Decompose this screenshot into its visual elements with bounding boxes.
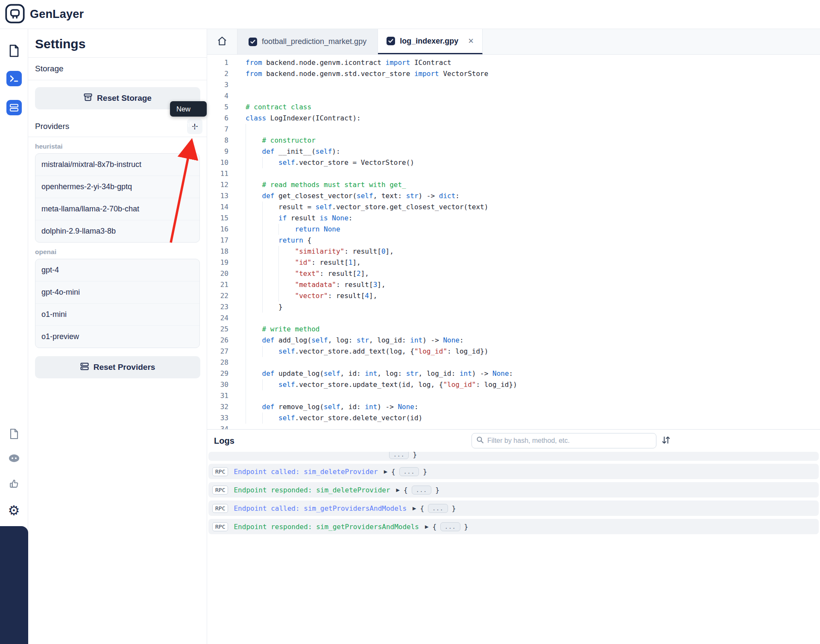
reset-providers-label: Reset Providers <box>94 363 155 372</box>
logs-filter <box>472 433 656 448</box>
code-line <box>246 168 517 179</box>
log-entry[interactable]: RPCEndpoint responded: sim_deleteProvide… <box>208 482 819 498</box>
rpc-badge: RPC <box>212 522 228 531</box>
code-content: from backend.node.genvm.icontract import… <box>235 55 517 429</box>
log-entry[interactable]: RPCEndpoint responded: sim_getProvidersA… <box>208 519 819 534</box>
expand-triangle-icon[interactable]: ▶ <box>384 469 387 474</box>
line-number: 32 <box>207 401 235 413</box>
expand-triangle-icon[interactable]: ▶ <box>413 506 416 511</box>
logs-filter-input[interactable] <box>487 437 652 445</box>
log-message: Endpoint responded: sim_getProvidersAndM… <box>234 523 419 531</box>
settings-panel: Settings Storage Reset Storage Providers… <box>28 29 207 644</box>
provider-model-item[interactable]: o1-preview <box>35 325 199 348</box>
expand-triangle-icon[interactable]: ▶ <box>396 487 400 493</box>
storage-icon <box>6 100 22 115</box>
code-line: def remove_log(self, id: int) -> None: <box>246 401 517 413</box>
code-line <box>246 79 517 91</box>
collapsed-json-chip[interactable]: ... <box>389 452 409 459</box>
line-number: 9 <box>207 146 235 157</box>
collapsed-json-chip[interactable]: ... <box>428 504 448 513</box>
rail-button-feedback[interactable] <box>9 478 19 490</box>
line-number: 7 <box>207 124 235 135</box>
rail-bottom-panel <box>0 526 28 644</box>
line-number: 14 <box>207 202 235 213</box>
rpc-badge: RPC <box>212 504 228 513</box>
sort-order-button[interactable] <box>661 435 671 446</box>
rail-button-docs[interactable] <box>9 428 19 441</box>
provider-group-label: heuristai <box>28 137 207 153</box>
line-number: 29 <box>207 368 235 379</box>
open-brace: { <box>420 504 425 512</box>
log-entry[interactable]: RPCEndpoint called: sim_getProvidersAndM… <box>208 501 819 516</box>
home-tab-button[interactable] <box>207 29 237 54</box>
code-line: # write method <box>246 324 517 335</box>
code-editor[interactable]: 1234567891011121314151617181920212223242… <box>207 55 820 429</box>
new-config-tooltip: New Config <box>170 101 207 117</box>
rpc-badge: RPC <box>212 486 228 495</box>
tab-log-indexer[interactable]: log_indexer.gpy × <box>378 29 483 54</box>
contract-check-icon <box>387 37 395 45</box>
provider-model-item[interactable]: gpt-4 <box>35 259 199 281</box>
close-icon[interactable]: × <box>468 36 474 46</box>
code-line: result = self.vector_store.get_closest_v… <box>246 202 517 213</box>
provider-model-item[interactable]: meta-llama/llama-2-70b-chat <box>35 198 199 220</box>
code-line: self.vector_store.delete_vector(id) <box>246 413 517 424</box>
line-number: 8 <box>207 135 235 146</box>
code-line: def __init__(self): <box>246 146 517 157</box>
editor-column: football_prediction_market.gpy log_index… <box>207 29 820 644</box>
tab-football-prediction-market[interactable]: football_prediction_market.gpy <box>237 29 378 54</box>
home-icon <box>217 36 227 47</box>
app-root: GenLayer <box>0 0 820 644</box>
code-line: from backend.node.genvm.icontract import… <box>246 57 517 68</box>
log-message: Endpoint responded: sim_deleteProvider <box>234 486 390 494</box>
line-number: 28 <box>207 357 235 368</box>
code-line: def add_log(self, log: str, log_id: int)… <box>246 335 517 346</box>
code-line: class LogIndexer(IContract): <box>246 113 517 124</box>
editor-tab-bar: football_prediction_market.gpy log_index… <box>207 29 820 55</box>
line-number: 34 <box>207 424 235 429</box>
provider-model-item[interactable]: gpt-4o-mini <box>35 281 199 303</box>
provider-model-item[interactable]: openhermes-2-yi-34b-gptq <box>35 176 199 198</box>
discord-icon <box>8 454 20 464</box>
rail-button-terminal[interactable] <box>6 71 22 86</box>
expand-triangle-icon[interactable]: ▶ <box>425 524 428 530</box>
code-line <box>246 357 517 368</box>
code-line: "vector": result[4], <box>246 290 517 302</box>
collapsed-json-chip[interactable]: ... <box>412 486 431 495</box>
code-line: if result is None: <box>246 213 517 224</box>
code-line: self.vector_store = VectorStore() <box>246 157 517 168</box>
line-number: 19 <box>207 257 235 268</box>
storage-section-label: Storage <box>28 58 207 80</box>
code-line <box>246 124 517 135</box>
line-number-gutter: 1234567891011121314151617181920212223242… <box>207 55 235 429</box>
log-entry[interactable]: ...} <box>208 452 819 461</box>
main-layout: ⚙ Settings Storage Reset Storage Provid <box>0 29 820 644</box>
line-number: 18 <box>207 246 235 257</box>
close-brace: } <box>464 523 469 531</box>
code-line: from backend.node.genvm.std.vector_store… <box>246 68 517 79</box>
provider-model-item[interactable]: mistralai/mixtral-8x7b-instruct <box>35 154 199 176</box>
provider-model-item[interactable]: o1-mini <box>35 303 199 325</box>
rail-button-storage[interactable] <box>6 100 22 115</box>
log-entry[interactable]: RPCEndpoint called: sim_deleteProvider▶{… <box>208 464 819 479</box>
line-number: 1 <box>207 57 235 68</box>
line-number: 31 <box>207 390 235 401</box>
log-list: ...}RPCEndpoint called: sim_deleteProvid… <box>207 452 820 534</box>
collapsed-json-chip[interactable]: ... <box>440 522 460 531</box>
rail-button-files[interactable] <box>9 44 20 59</box>
line-number: 5 <box>207 102 235 113</box>
code-line <box>246 91 517 102</box>
rail-button-discord[interactable] <box>8 454 20 464</box>
archive-icon <box>84 93 92 104</box>
line-number: 23 <box>207 302 235 313</box>
code-line: "metadata": result[3], <box>246 279 517 290</box>
collapsed-json-chip[interactable]: ... <box>399 467 419 476</box>
reset-providers-button[interactable]: Reset Providers <box>35 356 200 378</box>
close-brace: } <box>413 452 417 459</box>
provider-group-label: openai <box>28 243 207 259</box>
rail-button-settings[interactable]: ⚙ <box>8 504 20 517</box>
provider-model-item[interactable]: dolphin-2.9-llama3-8b <box>35 220 199 242</box>
search-icon <box>476 436 484 445</box>
log-message: Endpoint called: sim_deleteProvider <box>234 468 378 476</box>
gear-icon: ⚙ <box>8 504 20 517</box>
